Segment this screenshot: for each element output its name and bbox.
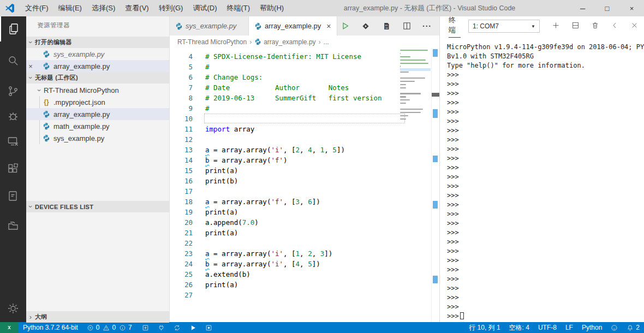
notifications-bell[interactable]: 2 (622, 322, 644, 333)
split-terminal-button[interactable] (571, 21, 580, 31)
language-mode[interactable]: Python (577, 322, 606, 333)
notes-icon[interactable] (0, 183, 26, 209)
code-line[interactable]: 26print(a) (170, 280, 439, 290)
device-connect-button[interactable] (153, 322, 169, 333)
download-run-button[interactable] (361, 21, 371, 31)
extensions-icon[interactable] (0, 156, 26, 181)
file-row[interactable]: math_example.py (26, 120, 169, 132)
breadcrumb-item[interactable]: RT-Thread MicroPython (177, 38, 247, 46)
line-number: 10 (170, 114, 193, 124)
more-actions-button[interactable]: ··· (422, 22, 432, 31)
minimize-button[interactable]: ─ (570, 0, 595, 16)
run-button[interactable] (185, 322, 201, 333)
code-line[interactable]: 20a.append(7.0) (170, 217, 439, 228)
overview-ruler-slider[interactable] (432, 93, 439, 97)
code-line[interactable]: 7# Date Author Notes (170, 82, 439, 93)
sync-button[interactable] (169, 322, 185, 333)
json-file-icon: {} (43, 98, 50, 106)
code-line[interactable]: 8# 2019-06-13 SummerGift first version (170, 93, 439, 103)
breadcrumb-item[interactable]: ... (324, 38, 329, 46)
code-line[interactable]: 6# Change Logs: (170, 72, 439, 82)
python-interpreter[interactable]: Python 3.7.2 64-bit (19, 322, 82, 333)
feedback-smiley-button[interactable] (606, 322, 622, 333)
encoding[interactable]: UTF-8 (534, 322, 561, 333)
file-row[interactable]: sys_example.py (26, 132, 169, 144)
code-line[interactable]: 22 (170, 238, 439, 248)
menu-item[interactable]: 帮助(H) (255, 0, 289, 16)
editor-tab[interactable]: sys_example.py (170, 16, 249, 35)
open-editor-item[interactable]: ×array_example.py (26, 60, 169, 72)
new-project-button[interactable] (138, 322, 153, 333)
device-files-header[interactable]: › DEVICE FILES LIST (26, 201, 169, 212)
chevron-down-icon: › (27, 74, 35, 82)
code-line[interactable]: 12 (170, 134, 439, 145)
terminal-prompt-line: >>> (447, 228, 642, 237)
code-text: a.extend(b) (193, 269, 251, 280)
terminal-tab[interactable]: 终端 (449, 15, 461, 38)
panel-chevron-left-button[interactable] (611, 21, 619, 31)
code-line[interactable]: 21print(a) (170, 228, 439, 238)
folder-row-rt-thread[interactable]: › RT-Thread MicroPython (26, 84, 169, 96)
stop-button[interactable] (201, 322, 217, 333)
code-line[interactable]: 17 (170, 186, 439, 197)
code-line[interactable]: 23a = array.array('i', [1, 2, 3]) (170, 248, 439, 259)
code-line[interactable]: 13a = array.array('i', [2, 4, 1, 5]) (170, 145, 439, 155)
search-icon[interactable] (0, 48, 26, 73)
cursor-position[interactable]: 行 10, 列 1 (464, 322, 504, 333)
menu-item[interactable]: 转到(G) (154, 0, 188, 16)
close-panel-button[interactable] (630, 21, 639, 31)
indentation[interactable]: 空格: 4 (505, 322, 534, 333)
code-line[interactable]: 27 (170, 290, 439, 300)
code-line[interactable]: 11import array (170, 124, 439, 134)
menu-item[interactable]: 文件(F) (20, 0, 53, 16)
menu-item[interactable]: 选择(S) (87, 0, 120, 16)
code-line[interactable]: 5# (170, 62, 439, 72)
folders-icon[interactable] (0, 213, 26, 238)
run-file-button[interactable] (341, 21, 350, 31)
menu-item[interactable]: 调试(D) (188, 0, 222, 16)
new-terminal-button[interactable] (552, 21, 560, 31)
workspace-header[interactable]: › 无标题 (工作区) (26, 72, 169, 84)
menu-item[interactable]: 查看(V) (120, 0, 153, 16)
eol-sequence[interactable]: LF (561, 322, 577, 333)
problems-indicator[interactable]: 0 0 7 (82, 322, 138, 333)
memory-binary-button[interactable]: 0110 (381, 21, 391, 31)
terminal-dropdown[interactable]: 1: COM7 ▼ (468, 20, 540, 33)
debug-icon[interactable] (0, 104, 26, 129)
outline-header[interactable]: › 大纲 (26, 311, 169, 323)
breadcrumb-item[interactable]: array_example.py (254, 38, 315, 46)
close-icon[interactable]: × (326, 22, 331, 31)
file-row[interactable]: array_example.py (26, 108, 169, 120)
code-line[interactable]: 18a = array.array('f', [3, 6]) (170, 197, 439, 207)
menu-item[interactable]: 终端(T) (222, 0, 255, 16)
code-line[interactable]: 9# (170, 103, 439, 114)
explorer-icon[interactable] (0, 16, 26, 41)
source-control-icon[interactable] (0, 79, 26, 104)
close-icon[interactable]: × (26, 62, 35, 70)
menu-item[interactable]: 编辑(E) (53, 0, 87, 16)
file-row[interactable]: {}.mpyproject.json (26, 96, 169, 108)
code-line[interactable]: 16print(b) (170, 176, 439, 186)
remote-device-icon[interactable] (0, 129, 26, 154)
code-text: # Date Author Notes (193, 82, 349, 93)
split-editor-button[interactable] (402, 21, 412, 31)
open-editor-item[interactable]: sys_example.py (26, 48, 169, 60)
open-editors-header[interactable]: › 打开的编辑器 (26, 37, 169, 48)
code-line[interactable]: 10 (170, 114, 439, 124)
editor-tab[interactable]: array_example.py× (249, 16, 337, 35)
close-button[interactable]: × (619, 0, 644, 16)
remote-indicator[interactable] (0, 322, 19, 333)
terminal-output[interactable]: MicroPython v1.9.4-114-g309fe39d on 2018… (447, 43, 642, 321)
kill-terminal-button[interactable] (591, 21, 599, 31)
settings-gear-icon[interactable] (0, 296, 26, 321)
code-editor[interactable]: 4# SPDX-License-Identifier: MIT License5… (170, 48, 439, 322)
maximize-button[interactable]: □ (595, 0, 619, 16)
code-line[interactable]: 19print(a) (170, 207, 439, 217)
code-line[interactable]: 15print(a) (170, 165, 439, 176)
line-number: 12 (170, 134, 193, 145)
minimap[interactable] (400, 49, 431, 123)
code-line[interactable]: 24b = array.array('i', [4, 5]) (170, 259, 439, 269)
code-line[interactable]: 25a.extend(b) (170, 269, 439, 280)
code-line[interactable]: 14b = array.array('f') (170, 155, 439, 165)
code-line[interactable]: 4# SPDX-License-Identifier: MIT License (170, 51, 439, 62)
